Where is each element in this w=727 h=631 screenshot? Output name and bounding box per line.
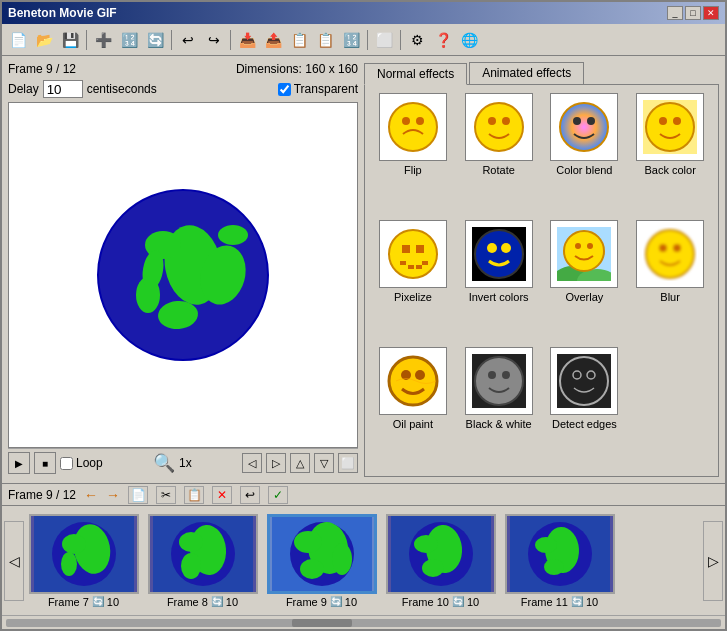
scrollbar-thumb[interactable] <box>292 619 352 627</box>
svg-point-22 <box>389 230 437 278</box>
status-prev-arrow[interactable]: ← <box>84 487 98 503</box>
minimize-button[interactable]: _ <box>667 6 683 20</box>
loop-checkbox-label[interactable]: Loop <box>60 456 103 470</box>
effect-label-detect-edges: Detect edges <box>552 418 617 430</box>
effects-grid: Flip Rotate <box>364 85 719 477</box>
tab-animated-effects[interactable]: Animated effects <box>469 62 584 84</box>
copy-frame-button[interactable]: 📄 <box>128 486 148 504</box>
effect-blur[interactable]: Blur <box>630 220 710 341</box>
resize-button[interactable]: ⬜ <box>372 28 396 52</box>
nav-right-button[interactable]: ▷ <box>266 453 286 473</box>
svg-point-46 <box>475 357 523 405</box>
film-thumb-11[interactable] <box>505 514 615 594</box>
paste-button[interactable]: 📋 <box>313 28 337 52</box>
effect-pixelize[interactable]: Pixelize <box>373 220 453 341</box>
film-thumb-7[interactable] <box>29 514 139 594</box>
film-frame-10[interactable]: Frame 10 🔄 10 <box>383 514 498 608</box>
film-thumb-9[interactable] <box>267 514 377 594</box>
svg-point-6 <box>218 225 248 245</box>
redo-button[interactable]: ↪ <box>202 28 226 52</box>
film-frame-11[interactable]: Frame 11 🔄 10 <box>502 514 617 608</box>
effect-label-color-blend: Color blend <box>556 164 612 176</box>
effect-thumb-pixelize[interactable] <box>379 220 447 288</box>
effect-back-color[interactable]: Back color <box>630 93 710 214</box>
svg-point-61 <box>179 532 203 552</box>
effect-thumb-overlay[interactable] <box>550 220 618 288</box>
effect-invert-colors[interactable]: Invert colors <box>459 220 539 341</box>
filmstrip-prev-button[interactable]: ◁ <box>4 521 24 601</box>
delete-frame-button[interactable]: ✕ <box>212 486 232 504</box>
tab-normal-effects[interactable]: Normal effects <box>364 63 467 85</box>
title-bar: Beneton Movie GIF _ □ ✕ <box>2 2 725 24</box>
new-button[interactable]: 📄 <box>6 28 30 52</box>
effect-thumb-detect-edges[interactable] <box>550 347 618 415</box>
apply-button[interactable]: ✓ <box>268 486 288 504</box>
effect-thumb-invert-colors[interactable] <box>465 220 533 288</box>
paste-frame-button[interactable]: 📋 <box>184 486 204 504</box>
status-next-arrow[interactable]: → <box>106 487 120 503</box>
effect-label-oil-paint: Oil paint <box>393 418 433 430</box>
add-frame-button[interactable]: ➕ <box>91 28 115 52</box>
effect-label-back-color: Back color <box>644 164 695 176</box>
film-label-7: Frame 7 🔄 10 <box>48 596 119 608</box>
sequence-button[interactable]: 🔢 <box>117 28 141 52</box>
effect-thumb-blur[interactable] <box>636 220 704 288</box>
help-button[interactable]: ❓ <box>431 28 455 52</box>
effect-detect-edges[interactable]: Detect edges <box>545 347 625 468</box>
cut-frame-button[interactable]: ✂ <box>156 486 176 504</box>
refresh-button[interactable]: 🔄 <box>143 28 167 52</box>
transparent-checkbox[interactable] <box>278 83 291 96</box>
svg-point-78 <box>544 559 564 575</box>
delay-input[interactable] <box>43 80 83 98</box>
import-button[interactable]: 📥 <box>235 28 259 52</box>
effect-oil-paint[interactable]: Oil paint <box>373 347 453 468</box>
play-button[interactable]: ▶ <box>8 452 30 474</box>
nav-down-button[interactable]: ▽ <box>314 453 334 473</box>
effect-black-white[interactable]: Black & white <box>459 347 539 468</box>
effect-thumb-back-color[interactable] <box>636 93 704 161</box>
film-thumb-8[interactable] <box>148 514 258 594</box>
effect-color-blend[interactable]: Color blend <box>545 93 625 214</box>
svg-point-67 <box>300 559 324 579</box>
web-button[interactable]: 🌐 <box>457 28 481 52</box>
svg-point-30 <box>475 230 523 278</box>
effect-overlay[interactable]: Overlay <box>545 220 625 341</box>
save-button[interactable]: 💾 <box>58 28 82 52</box>
undo-button[interactable]: ↩ <box>176 28 200 52</box>
filmstrip-next-button[interactable]: ▷ <box>703 521 723 601</box>
playback-bar: ▶ ■ Loop 🔍 1x ◁ ▷ △ ▽ ⬜ <box>8 448 358 477</box>
transparent-checkbox-label[interactable]: Transparent <box>278 82 358 96</box>
film-frame-9[interactable]: Frame 9 🔄 10 <box>264 514 379 608</box>
export-button[interactable]: 📤 <box>261 28 285 52</box>
stop-button[interactable]: ■ <box>34 452 56 474</box>
effect-flip[interactable]: Flip <box>373 93 453 214</box>
copy-button[interactable]: 📋 <box>287 28 311 52</box>
film-frame-7[interactable]: Frame 7 🔄 10 <box>26 514 141 608</box>
settings-button[interactable]: ⚙ <box>405 28 429 52</box>
effect-thumb-rotate[interactable] <box>465 93 533 161</box>
filmstrip-scrollbar[interactable] <box>2 615 725 629</box>
number-button[interactable]: 🔢 <box>339 28 363 52</box>
maximize-button[interactable]: □ <box>685 6 701 20</box>
nav-left-button[interactable]: ◁ <box>242 453 262 473</box>
svg-point-14 <box>502 117 510 125</box>
move-left-button[interactable]: ↩ <box>240 486 260 504</box>
effect-thumb-flip[interactable] <box>379 93 447 161</box>
film-thumb-10[interactable] <box>386 514 496 594</box>
film-frame-8[interactable]: Frame 8 🔄 10 <box>145 514 260 608</box>
effect-label-black-white: Black & white <box>466 418 532 430</box>
effect-thumb-oil-paint[interactable] <box>379 347 447 415</box>
effect-rotate[interactable]: Rotate <box>459 93 539 214</box>
effect-thumb-color-blend[interactable] <box>550 93 618 161</box>
effect-label-rotate: Rotate <box>482 164 514 176</box>
close-button[interactable]: ✕ <box>703 6 719 20</box>
right-panel: Normal effects Animated effects <box>364 62 719 477</box>
effect-thumb-black-white[interactable] <box>465 347 533 415</box>
loop-checkbox[interactable] <box>60 457 73 470</box>
fullscreen-button[interactable]: ⬜ <box>338 453 358 473</box>
svg-point-66 <box>294 531 322 553</box>
svg-point-15 <box>560 103 608 151</box>
zoom-icon: 🔍 <box>153 452 175 474</box>
nav-up-button[interactable]: △ <box>290 453 310 473</box>
open-button[interactable]: 📂 <box>32 28 56 52</box>
